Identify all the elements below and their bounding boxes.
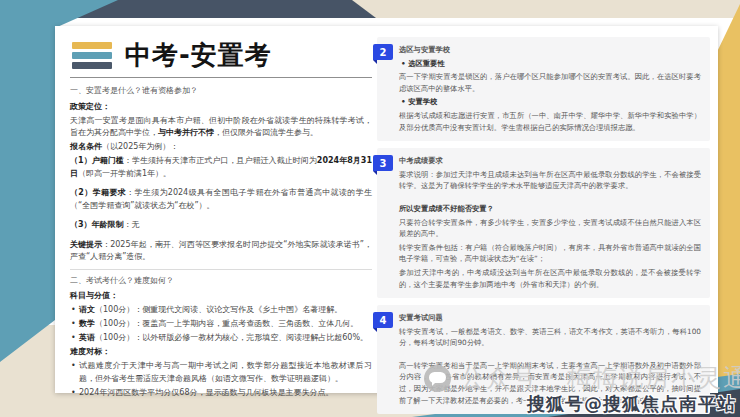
page-title: 中考-安置考	[125, 38, 272, 73]
right-gold-stripe	[716, 4, 740, 402]
wechat-watermark-label: 公众号 · 梅梅说房小灵通	[460, 362, 740, 394]
panel-district-selection: 2 选区与安置学校 选区重要性 高一下学期安置考是锁区的，落户在哪个区只能参加哪…	[377, 37, 710, 141]
panel-score-requirement: 3 中考成绩要求 要求说明：参加过天津中考且成绩未达到当年所在区高中最低录取分数…	[377, 148, 710, 298]
district-paragraph: 高一下学期安置考是锁区的，落户在哪个区只能参加哪个区的安置考试。因此，在选区时要…	[399, 71, 701, 94]
wechat-icon	[424, 365, 451, 392]
question-heading-2: 二、考试考什么？难度如何？	[70, 275, 372, 288]
content-card: 中考-安置考 一、安置考是什么？谁有资格参加？ 政策定位： 天津高一安置考是面向…	[55, 26, 718, 393]
policy-label: 政策定位：	[70, 101, 372, 114]
right-column: 2 选区与安置学校 选区重要性 高一下学期安置考是锁区的，落户在哪个区只能参加哪…	[377, 37, 710, 417]
panel-title: 选区与安置学校	[399, 44, 701, 56]
title-divider	[70, 77, 372, 78]
condition-2: （2）学籍要求：学生须为2024级具有全国电子学籍在外省市普通高中就读的学生（“…	[70, 187, 372, 212]
exam-score-note: 参加过天津中考的，中考成绩没达到当年所在区高中最低录取分数线的，是不会被接受转学…	[399, 267, 701, 290]
subject-english: 英语（100分）：以外研版必修一教材为核心，完形填空、阅读理解占比超60%。	[70, 332, 372, 345]
condition-1: （1）户籍门槛：学生须持有天津市正式户口，且户籍迁入截止时间为2024年8月31…	[70, 155, 372, 180]
subjects-label: 科目与分值：	[70, 290, 372, 303]
difficulty-point-2: 2024年河西区数学平均分仅68分，显示函数与几何板块是主要失分点。	[70, 387, 372, 400]
placement-question: 所以安置成绩不好能否安置？	[399, 203, 701, 215]
condition-3: （3）年龄限制：无	[70, 219, 372, 232]
panel-title: 安置考试问题	[399, 312, 701, 324]
bar-teal	[72, 52, 112, 59]
schools-paragraph: 根据考试成绩和志愿进行安置，市五所（一中、南开中学、耀华中学、新华中学和实验中学…	[399, 110, 701, 133]
question-heading-1: 一、安置考是什么？谁有资格参加？	[70, 85, 372, 98]
policy-paragraph: 天津高一安置考是面向具有本市户籍、但初中阶段在外省就读学生的特殊转学考试，旨在为…	[70, 115, 372, 140]
subject-math: 数学（100分）：覆盖高一上学期内容，重点考查函数、三角函数、立体几何。	[70, 318, 372, 331]
exam-format-paragraph: 转学安置考试，一般都是考语文、数学、英语三科，语文不考作文，英语不考听力，每科1…	[399, 326, 701, 349]
wechat-watermark: 公众号 · 梅梅说房小灵通	[424, 362, 740, 394]
three-bars-icon	[72, 42, 112, 69]
signup-conditions: 报名条件（以2025年为例）：	[70, 141, 372, 154]
section-divider	[70, 269, 372, 270]
subject-chinese: 语文（100分）：侧重现代文阅读、议论文写作及《乡土中国》名著理解。	[70, 304, 372, 317]
requirement-paragraph: 要求说明：参加过天津中考且成绩未达到当年所在区高中最低录取分数线的学生，不会被接…	[399, 169, 701, 192]
sub-district-importance: 选区重要性	[399, 58, 701, 70]
placement-answer: 只要符合转学安置条件，有多少转学生，安置多少学位，安置考试成绩不佳自然只能进入本…	[399, 217, 701, 240]
spacer	[399, 194, 701, 203]
transfer-conditions: 转学安置条件包括：有户籍（符合最晚落户时间），有房本，具有外省市普通高中就读的全…	[399, 242, 701, 265]
sohu-watermark-label: 搜狐号@搜狐焦点南平站	[527, 392, 736, 416]
key-note: 关键提示：2025年起，南开、河西等区要求报名时同步提交“外地实际就读承诺书”，…	[70, 239, 372, 264]
spacer	[399, 351, 701, 360]
panel-title: 中考成绩要求	[399, 155, 701, 167]
sub-placement-schools: 安置学校	[399, 96, 701, 108]
panel-number-badge: 4	[373, 312, 393, 328]
difficulty-label: 难度对标：	[70, 346, 372, 359]
difficulty-point-1: 试题难度介于天津中考与高一期中考试之间，数学部分题型接近本地教材课后习题，但外省…	[70, 360, 372, 385]
bar-gold	[72, 42, 112, 49]
bar-dark	[72, 62, 112, 69]
panel-number-badge: 3	[373, 155, 393, 171]
title-row: 中考-安置考	[72, 38, 372, 73]
left-column: 中考-安置考 一、安置考是什么？谁有资格参加？ 政策定位： 天津高一安置考是面向…	[70, 36, 372, 401]
panel-number-badge: 2	[373, 44, 393, 60]
